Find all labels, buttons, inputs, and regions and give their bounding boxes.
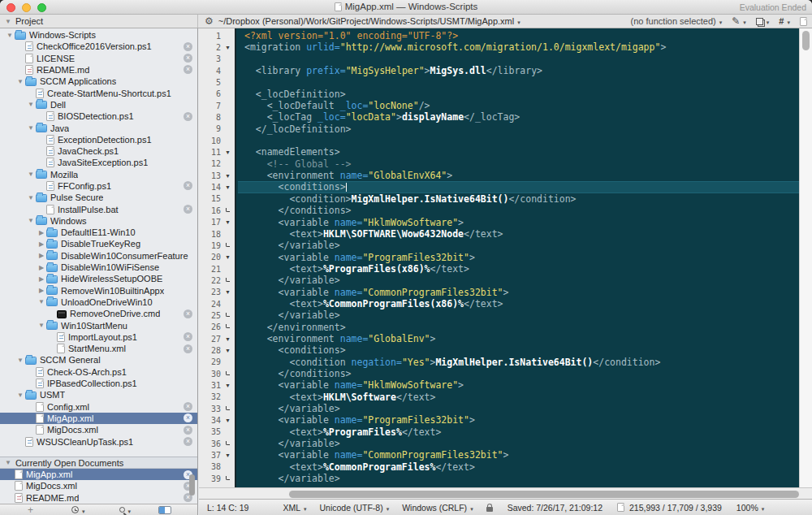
fold-open-icon[interactable]: ▼ [225,383,231,388]
code-line[interactable]: </conditions> [238,205,799,216]
line-number[interactable]: 1 [199,32,221,41]
close-file-icon[interactable]: × [184,437,192,446]
disclosure-triangle-icon[interactable]: ▶ [37,252,46,259]
project-header[interactable]: ▼ Project [0,15,198,28]
tree-item[interactable]: ▶DisableWin10WiFiSense [0,262,197,273]
disclosure-triangle-icon[interactable]: ▼ [15,392,25,399]
fold-marker[interactable] [221,373,235,375]
tree-item[interactable]: ▶DisableWin10ConsumerFeature [0,250,197,262]
chevron-down-icon[interactable]: ▾ [767,19,770,26]
line-number[interactable]: 39 [199,474,221,483]
fold-open-icon[interactable]: ▼ [225,452,231,458]
code-editor[interactable]: 12▼34567891011▼1213▼14▼151617▼181920▼212… [199,28,812,499]
code-line[interactable]: <conditions> [238,181,799,193]
disclosure-triangle-icon[interactable]: ▶ [37,264,46,271]
fold-open-icon[interactable]: ▼ [225,149,231,155]
tree-item[interactable]: WSUSCleanUpTask.ps1× [0,435,197,447]
close-file-icon[interactable]: × [184,309,192,318]
line-number[interactable]: 32 [199,392,221,401]
fold-marker[interactable] [221,245,235,247]
tree-item[interactable]: LICENSE× [0,53,197,64]
disclosure-triangle-icon[interactable]: ▼ [37,322,46,329]
disclosure-triangle-icon[interactable]: ▼ [37,298,46,305]
document-icon[interactable] [800,17,807,26]
vertical-scrollbar-thumb[interactable] [802,31,810,50]
close-file-icon[interactable]: × [184,413,192,422]
line-number[interactable]: 29 [199,357,221,366]
code-line[interactable] [238,135,799,146]
tree-item[interactable]: ▼USMT [0,389,197,400]
code-line[interactable]: <namedElements> [238,146,799,158]
line-number[interactable]: 35 [199,427,221,436]
code-line[interactable]: <variable name="HklmWowSoftware"> [238,379,799,391]
fold-marker[interactable]: ▼ [221,45,235,50]
tree-item[interactable]: ▶HideWirelessSetupOOBE [0,273,197,284]
close-file-icon[interactable]: × [184,112,192,121]
fold-open-icon[interactable]: ▼ [225,348,231,353]
line-number[interactable]: 19 [199,241,221,250]
line-number[interactable]: 23 [199,288,221,296]
language-selector[interactable]: XML▾ [283,503,306,513]
fold-marker[interactable] [221,408,235,410]
code-line[interactable]: </_locDefinition> [238,123,799,135]
line-number[interactable]: 33 [199,405,221,413]
disclosure-triangle-icon[interactable]: ▼ [26,194,36,201]
code-line[interactable]: <condition negation="Yes">MigXmlHelper.I… [238,357,799,368]
close-file-icon[interactable]: × [184,332,192,341]
tree-item[interactable]: ▼Mozilla [0,169,197,180]
code-line[interactable]: </conditions> [238,368,799,379]
layers-icon[interactable] [756,18,763,25]
code-line[interactable]: </variable> [238,438,799,449]
line-number[interactable]: 24 [199,300,221,309]
fold-marker[interactable] [221,314,235,317]
code-line[interactable]: </variable> [238,309,799,321]
tree-item[interactable]: FFConfig.ps1× [0,180,197,192]
tree-item[interactable]: JavaSiteException.ps1 [0,157,197,168]
tree-item[interactable]: ▼Windows-Scripts [0,29,197,41]
close-file-icon[interactable]: × [184,54,192,63]
code-line[interactable] [238,54,799,65]
disclosure-triangle-icon[interactable]: ▶ [37,240,46,248]
disclosure-triangle-icon[interactable]: ▼ [26,217,36,224]
fold-open-icon[interactable]: ▼ [225,336,231,342]
tree-item[interactable]: MigDocs.xml× [0,424,197,435]
vertical-scrollbar[interactable] [799,28,812,487]
fold-marker[interactable]: ▼ [221,348,235,353]
tree-item[interactable]: ImportLayout.ps1× [0,331,197,343]
code-line[interactable]: <text>HKLM\Software</text> [238,392,799,403]
fold-marker[interactable]: ▼ [221,254,235,260]
fold-open-icon[interactable]: ▼ [225,45,231,50]
line-number[interactable]: 25 [199,311,221,320]
line-number[interactable]: 36 [199,439,221,448]
chevron-down-icon[interactable]: ▾ [743,19,746,26]
tree-item[interactable]: ▼Java [0,122,197,133]
line-number[interactable]: 16 [199,206,221,215]
disclosure-triangle-icon[interactable]: ▼ [26,101,36,108]
code-line[interactable]: <_locTag _loc="locData">displayName</_lo… [238,111,799,123]
sidebar-scrollbar-thumb[interactable] [189,474,195,496]
line-number[interactable]: 9 [199,124,221,133]
history-clock-icon[interactable] [71,506,79,513]
tree-item[interactable]: InstallPulse.bat× [0,203,197,214]
function-selector[interactable]: (no function selected) [631,16,716,26]
chevron-down-icon[interactable]: ▼ [5,459,11,466]
line-number[interactable]: 7 [199,102,221,110]
tree-item[interactable]: ▼Dell [0,99,197,110]
line-number[interactable]: 4 [199,67,221,76]
code-line[interactable]: <text>%CommonProgramFiles%</text> [238,461,799,473]
code-line[interactable]: <_locDefinition> [238,89,799,100]
open-document-item[interactable]: README.md× [0,492,197,504]
fold-marker[interactable]: ▼ [221,418,235,423]
horizontal-scrollbar-thumb[interactable] [289,491,799,498]
tree-item[interactable]: CheckOffice2016Version.ps1× [0,41,197,52]
split-view-icon[interactable] [158,506,171,514]
code-line[interactable]: <variable name="HklmWowSoftware"> [238,217,799,228]
disclosure-triangle-icon[interactable]: ▼ [15,357,25,364]
tree-item[interactable]: ▶DisableTrueKeyReg [0,238,197,249]
tree-item[interactable]: JavaCheck.ps1 [0,145,197,157]
fold-marker[interactable]: ▼ [221,149,235,155]
tree-item[interactable]: ▼UnloadOneDriveWin10 [0,296,197,308]
line-number[interactable]: 18 [199,230,221,239]
close-file-icon[interactable]: × [184,426,192,435]
fold-open-icon[interactable]: ▼ [225,184,231,190]
